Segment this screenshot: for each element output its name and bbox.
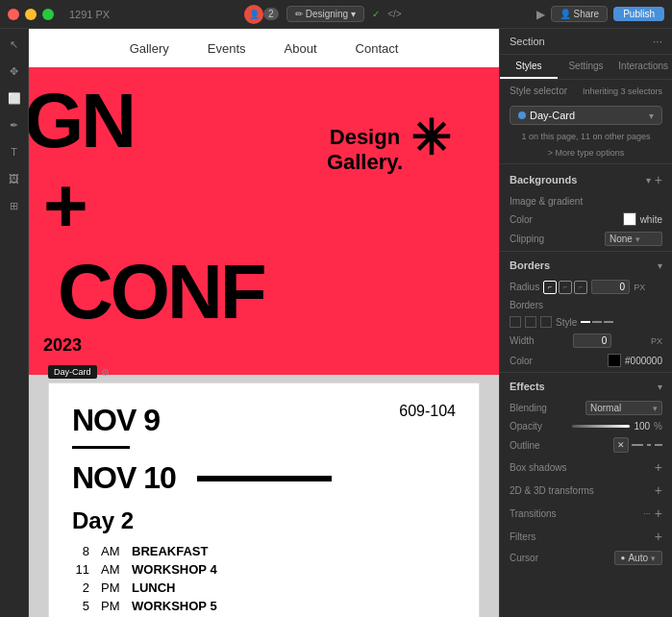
schedule-row: 8 AM BREAKFAST [72,544,456,558]
transitions-options-icon[interactable]: ··· [643,508,651,518]
dashed-style1[interactable] [592,321,602,323]
border-color-value: #000000 [608,354,662,367]
radius-input[interactable]: 0 [591,280,630,294]
transforms-add-icon[interactable]: + [655,482,662,498]
clipping-value: None [610,234,633,244]
maximize-icon[interactable] [42,9,54,20]
image-tool[interactable]: 🖼 [5,169,24,188]
style-selector-row: Style selector Inheriting 3 selectors [500,80,672,102]
more-type-button[interactable]: > More type options [500,144,672,161]
blending-dropdown[interactable]: Normal ▾ [585,401,662,415]
border-style-row: Style [500,313,672,331]
designing-dropdown[interactable]: ✏ Designing ▾ [286,6,364,22]
color-swatch[interactable] [623,212,636,226]
hand-tool[interactable]: ✥ [5,62,24,81]
nav-contact[interactable]: Contact [356,41,399,56]
nav-gallery[interactable]: Gallery [130,41,169,56]
play-button[interactable]: ▶ [536,8,545,21]
border-color-row: Color #000000 [500,351,672,370]
blending-row: Blending Normal ▾ [500,398,672,418]
opacity-slider[interactable] [572,425,630,428]
left-toolbar: ↖ ✥ ⬜ ✒ T 🖼 ⊞ [0,29,29,617]
nav-about[interactable]: About [285,41,317,56]
day-label: Day 2 [72,507,456,534]
clipping-dropdown[interactable]: None ▾ [605,232,662,246]
backgrounds-collapse-icon[interactable]: ▾ [646,175,651,185]
border-checkbox2[interactable] [525,316,536,328]
backgrounds-add-icon[interactable]: + [655,172,662,187]
schedule-table: 8 AM BREAKFAST 11 AM WORKSHOP 4 2 PM [72,544,456,617]
borders-collapse-icon[interactable]: ▾ [658,260,662,271]
outline-label: Outline [510,440,540,451]
outline-dash2 [647,444,651,446]
pen-tool[interactable]: ✒ [5,115,24,135]
day-card-selector[interactable]: Day-Card ▾ [510,106,662,125]
site-nav: Gallery Events About Contact [29,29,499,67]
transforms-row: 2D & 3D transforms + [500,479,672,502]
design-gallery-logo: DesignGallery. [327,125,403,176]
frame-tool[interactable]: ⬜ [5,88,24,108]
text-tool[interactable]: T [5,142,24,161]
transitions-label: Transitions [510,508,557,519]
backgrounds-label: Backgrounds [510,174,577,185]
border-checkbox3[interactable] [540,316,552,328]
style-dashes [581,321,613,323]
tab-settings[interactable]: Settings [558,55,615,79]
top-left-corner-icon[interactable]: ⌐ [559,281,572,294]
avatar-group: 👤 2 [244,5,279,24]
blending-label: Blending [510,403,547,413]
selector-value: Day-Card [530,110,575,121]
component-tool[interactable]: ⊞ [5,196,24,215]
border-color-swatch[interactable] [608,354,621,367]
tab-styles[interactable]: Styles [500,55,558,79]
hero-plus: + [43,161,88,250]
transitions-row: Transitions ··· + [500,502,672,525]
cursor-dropdown[interactable]: ● Auto ▾ [614,551,662,565]
border-checkbox1[interactable] [510,316,521,328]
border-color-label: Color [510,356,533,366]
page-info: 1 on this page, 11 on other pages [500,129,672,144]
canvas[interactable]: Gallery Events About Contact GN DesignGa… [29,29,499,617]
date-nov10: NOV 10 [72,460,456,496]
settings-icon[interactable]: ⚙ [101,367,110,378]
filters-label: Filters [510,531,535,542]
transforms-label: 2D & 3D transforms [510,485,594,496]
check-icon: ✓ [372,9,380,19]
opacity-controls: 100 % [572,421,662,432]
section-label: Section [510,36,545,47]
percent-sign: % [654,421,662,432]
dashed-style2[interactable] [604,321,613,323]
nav-events[interactable]: Events [208,41,246,56]
backgrounds-section-header[interactable]: Backgrounds ▾ + [500,166,672,193]
outline-row: Outline ✕ [500,434,672,456]
all-corners-icon[interactable]: ⌐ [543,281,557,294]
cursor-dot: ● [621,554,626,562]
panel-options-icon[interactable]: ··· [653,35,662,48]
cursor-tool[interactable]: ↖ [5,35,24,54]
outline-controls: ✕ [613,437,662,453]
borders-section-header[interactable]: Borders ▾ [500,254,672,277]
solid-style[interactable] [581,321,590,323]
close-icon[interactable] [8,9,19,20]
width-input[interactable]: 0 [573,333,611,348]
box-shadows-label: Box shadows [510,462,566,473]
outline-remove-button[interactable]: ✕ [613,437,629,453]
publish-button[interactable]: Publish [613,7,664,21]
top-right-corner-icon[interactable]: ⌐ [574,281,587,294]
effects-section-header[interactable]: Effects ▾ [500,375,672,398]
transitions-add-icon[interactable]: + [655,506,662,521]
radius-label: Radius [510,282,539,292]
card-label-row: Day-Card ⚙ [48,365,480,379]
more-type-label: > More type options [548,148,624,158]
filters-add-icon[interactable]: + [655,529,662,544]
cursor-row: Cursor ● Auto ▾ [500,548,672,568]
box-shadows-add-icon[interactable]: + [655,459,662,475]
cursor-label: Cursor [510,553,538,563]
tab-interactions[interactable]: Interactions [614,55,672,79]
effects-collapse-icon[interactable]: ▾ [658,382,662,392]
minimize-icon[interactable] [25,9,37,20]
schedule-row: 11 AM WORKSHOP 4 [72,562,456,577]
day-card[interactable]: NOV 9 609-104 NOV 10 Day 2 8 AM BREAKFAS… [48,383,480,617]
outline-dash1 [632,444,643,446]
share-button[interactable]: 👤 Share [551,6,609,22]
